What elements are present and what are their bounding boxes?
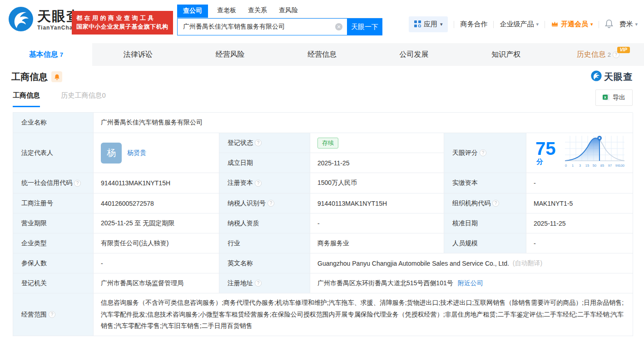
tab-intellectual-property[interactable]: 知识产权 <box>460 43 552 66</box>
help-icon[interactable]: ? <box>268 200 274 207</box>
field-label: 人员规模 <box>444 233 526 253</box>
search-input[interactable] <box>177 18 347 35</box>
label-text: 企业类型 <box>21 239 47 248</box>
help-icon[interactable]: ? <box>255 139 262 146</box>
tab-legal[interactable]: 法律诉讼 <box>92 43 184 66</box>
tab-company-development[interactable]: 公司发展 <box>368 43 460 66</box>
help-icon[interactable]: ? <box>480 149 486 156</box>
clear-icon[interactable]: ✕ <box>335 23 342 30</box>
staff-size-value: - <box>526 233 633 253</box>
nav-user[interactable]: 费米 ▾ <box>619 20 638 29</box>
label-text: 登记状态 <box>228 139 253 147</box>
legal-rep-link[interactable]: 杨贤贵 <box>127 149 146 157</box>
approval-date-value: 2025-11-25 <box>526 213 633 233</box>
nav-enterprise[interactable]: 企业级产品 ▾ <box>500 20 539 29</box>
divider <box>454 21 454 28</box>
search-tab-risk[interactable]: 查风险 <box>279 6 298 18</box>
apps-menu[interactable]: 应用 ▾ <box>409 16 448 32</box>
help-icon[interactable]: ? <box>492 200 499 207</box>
auto-translate-note: (自动翻译) <box>513 259 542 268</box>
divider <box>545 21 545 28</box>
search-area: 查公司 查老板 查关系 查风险 ✕ 天眼一下 <box>177 5 382 35</box>
svg-text:15: 15 <box>585 164 589 168</box>
nearby-companies-link[interactable]: 附近公司 <box>458 279 483 287</box>
help-icon[interactable]: ? <box>255 280 262 287</box>
field-label: 营业期限 <box>13 213 94 233</box>
divider <box>599 21 599 28</box>
svg-text:0: 0 <box>565 164 567 168</box>
label-text: 参保人数 <box>21 259 47 268</box>
bell-icon[interactable] <box>605 19 613 30</box>
reg-address-value: 广州市番禺区东环街番禺大道北515号西侧101号 附近公司 <box>310 273 633 293</box>
value-text: MAK1NYT1-5 <box>534 200 573 207</box>
search-tab-relation[interactable]: 查关系 <box>248 6 267 18</box>
field-label: 英文名称 <box>219 253 310 273</box>
field-label: 注册地址 ? <box>219 273 310 293</box>
tab-label: 历史信息 <box>577 50 606 59</box>
label-text: 纳税人识别号 <box>228 199 266 208</box>
tianyancha-logo-icon <box>8 6 34 34</box>
field-label: 实缴资本 <box>444 173 526 193</box>
subscribe-bell-icon[interactable] <box>51 71 62 82</box>
help-icon[interactable]: ? <box>255 180 262 187</box>
avatar[interactable]: 杨 <box>101 143 122 164</box>
score-value: 75 <box>535 139 556 159</box>
label-text: 人员规模 <box>452 239 478 248</box>
subtab-business-info[interactable]: 工商信息 <box>13 91 40 107</box>
reg-authority-value: 广州市番禺区市场监督管理局 <box>94 273 219 293</box>
svg-text:3: 3 <box>579 164 581 168</box>
field-label: 成立日期 <box>219 153 310 173</box>
english-name-value: Guangzhou Panyu Changjia Automobile Sale… <box>310 253 633 273</box>
taxpayer-quality-value: - <box>310 213 444 233</box>
search-button[interactable]: 天眼一下 <box>347 18 382 35</box>
tab-history-info[interactable]: VIP 历史信息 2 ? <box>552 43 644 66</box>
tab-count: 2 <box>608 51 611 58</box>
legal-rep-value: 杨 杨贤贵 <box>94 133 219 173</box>
search-tab-company[interactable]: 查公司 <box>177 5 208 18</box>
svg-text:100: 100 <box>619 164 624 168</box>
search-tab-boss[interactable]: 查老板 <box>217 6 236 18</box>
value-text: - <box>317 220 320 227</box>
watermark-logo: 天眼查 <box>591 70 633 83</box>
tab-operating-info[interactable]: 经营信息 <box>276 43 368 66</box>
label-text: 经营范围 <box>21 311 47 319</box>
tab-label: 经营信息 <box>307 50 337 59</box>
slogan-line1: 都在用的商业查询工具 <box>76 14 168 23</box>
top-nav: 应用 ▾ 商务合作 企业级产品 ▾ 开通会员 ▾ <box>409 16 638 32</box>
nav-cooperation[interactable]: 商务合作 <box>460 20 487 29</box>
svg-text:50: 50 <box>593 164 596 168</box>
export-button[interactable]: X 导出 <box>595 89 633 106</box>
nav-vip[interactable]: 开通会员 ▾ <box>551 20 593 29</box>
value-text: 广州市番禺区东环街番禺大道北515号西侧101号 <box>317 279 453 287</box>
business-info-table: 企业名称 广州番禺长佳汽车销售服务有限公司 法定代表人 杨 杨贤贵 登记状态 ?… <box>13 112 633 336</box>
tab-operating-risk[interactable]: 经营风险 <box>184 43 276 66</box>
tab-basic-info[interactable]: 基本信息 7 <box>0 43 92 66</box>
company-name-value: 广州番禺长佳汽车销售服务有限公司 <box>94 113 633 133</box>
value-text: 1500万人民币 <box>317 179 357 187</box>
label-text: 法定代表人 <box>21 149 53 157</box>
help-icon[interactable]: ? <box>49 311 55 318</box>
business-term-value: 2025-11-25 至 无固定期限 <box>94 213 219 233</box>
field-label: 纳税人资质 <box>219 213 310 233</box>
label-text: 注册地址 <box>228 279 253 287</box>
score-distribution-chart: 0 1 3 15 50 85 97 99 100 <box>564 135 625 171</box>
chevron-down-icon: ▾ <box>536 21 539 27</box>
chevron-down-icon: ▾ <box>590 21 593 27</box>
value-text: - <box>534 240 536 247</box>
value-text: - <box>534 179 536 187</box>
search-tabs: 查公司 查老板 查关系 查风险 <box>177 5 382 18</box>
tab-label: 法律诉讼 <box>124 50 153 59</box>
value-text: 商务服务业 <box>317 239 349 248</box>
insured-count-value: - <box>94 253 219 273</box>
paid-capital-value: - <box>526 173 633 193</box>
label-text: 登记机关 <box>21 279 47 287</box>
field-label: 行业 <box>219 233 310 253</box>
nav-user-label: 费米 <box>619 20 633 29</box>
help-icon[interactable]: ? <box>74 180 81 187</box>
label-text: 成立日期 <box>228 159 253 167</box>
watermark-text: 天眼查 <box>604 71 633 83</box>
org-code-value: MAK1NYT1-5 <box>526 193 633 213</box>
section-header: 工商信息 天眼查 <box>0 66 644 88</box>
status-badge: 存续 <box>317 138 338 149</box>
subtab-history-business-info[interactable]: 历史工商信息0 <box>61 91 105 100</box>
